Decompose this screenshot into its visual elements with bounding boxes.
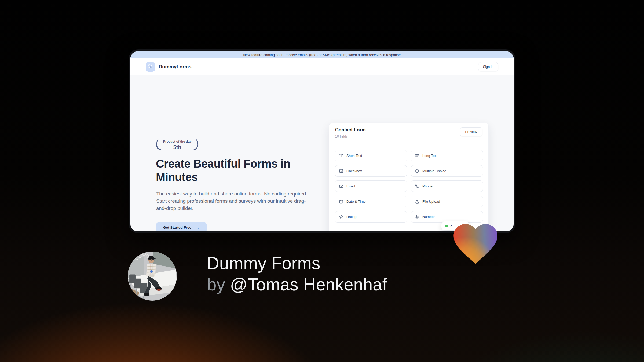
brand-name: DummyForms	[159, 64, 191, 70]
hero-section: Product of the day 5th	[130, 75, 514, 231]
caption-text: Dummy Forms by @Tomas Henkenhaf	[207, 253, 387, 295]
field-chip-email[interactable]: Email	[335, 180, 407, 192]
get-started-button[interactable]: Get Started Free →	[156, 222, 207, 231]
promo-canvas: New feature coming soon: receive emails …	[0, 0, 644, 362]
field-label: Phone	[422, 184, 433, 188]
field-label: Date & Time	[346, 200, 366, 204]
upload-icon	[415, 199, 419, 204]
sign-in-button[interactable]: Sign In	[478, 62, 498, 71]
field-chip-phone[interactable]: Phone	[411, 180, 483, 192]
field-label: Long Text	[422, 154, 437, 158]
product-award-badge: Product of the day 5th	[155, 139, 199, 152]
field-chip-date-time[interactable]: Date & Time	[335, 196, 407, 207]
award-text-block: Product of the day 5th	[163, 140, 191, 150]
caption-author-line: by @Tomas Henkenhaf	[207, 274, 387, 295]
heart-icon	[449, 217, 502, 267]
field-label: File Upload	[422, 200, 440, 204]
caption-by: by	[207, 275, 225, 294]
field-label: Rating	[346, 215, 357, 219]
award-rank: 5th	[173, 144, 181, 150]
field-count: 10 fields	[335, 135, 348, 138]
preview-button[interactable]: Preview	[460, 127, 482, 136]
hash-icon	[415, 215, 419, 219]
laurel-right-icon	[193, 139, 199, 152]
field-chip-long-text[interactable]: Long Text	[411, 150, 483, 161]
field-label: Email	[346, 184, 355, 188]
short-text-icon	[339, 153, 343, 158]
email-icon	[339, 184, 343, 189]
page-title: Create Beautiful Forms in Minutes	[156, 157, 309, 184]
cursor-select-icon	[148, 64, 153, 70]
field-label: Checkbox	[346, 169, 362, 173]
field-chip-file-upload[interactable]: File Upload	[411, 196, 483, 207]
phone-icon	[415, 184, 419, 189]
field-chip-rating[interactable]: Rating	[335, 211, 407, 223]
form-builder-card: Contact Form 10 fields Preview Short Tex…	[329, 123, 489, 231]
long-text-icon	[415, 153, 419, 158]
arrow-right-icon: →	[195, 225, 200, 230]
cta-label: Get Started Free	[163, 226, 191, 230]
hero-description: The easiest way to build and share onlin…	[156, 190, 314, 212]
field-chip-checkbox[interactable]: Checkbox	[335, 165, 407, 177]
field-chip-short-text[interactable]: Short Text	[335, 150, 407, 161]
author-avatar	[128, 252, 177, 301]
green-dot-icon	[445, 225, 448, 227]
laurel-left-icon	[155, 139, 161, 152]
app-logo[interactable]	[146, 62, 155, 72]
checkbox-icon	[339, 169, 343, 173]
announcement-text: New feature coming soon: receive emails …	[243, 53, 401, 57]
browser-window: New feature coming soon: receive emails …	[129, 49, 515, 233]
field-label: Short Text	[346, 154, 362, 158]
top-nav: DummyForms Sign In	[130, 58, 514, 75]
field-label: Multiple Choice	[422, 169, 446, 173]
caption-product-name: Dummy Forms	[207, 253, 387, 274]
field-chip-multiple-choice[interactable]: Multiple Choice	[411, 165, 483, 177]
form-title: Contact Form	[335, 127, 366, 133]
star-icon	[339, 215, 343, 219]
field-grid: Short TextLong TextCheckboxMultiple Choi…	[335, 150, 483, 223]
field-label: Number	[422, 215, 435, 219]
multiple-choice-icon	[415, 169, 419, 173]
calendar-icon	[339, 199, 343, 204]
announcement-banner: New feature coming soon: receive emails …	[130, 51, 514, 58]
app-page: New feature coming soon: receive emails …	[130, 51, 514, 231]
award-title: Product of the day	[163, 140, 191, 143]
caption-author: @Tomas Henkenhaf	[230, 275, 387, 294]
